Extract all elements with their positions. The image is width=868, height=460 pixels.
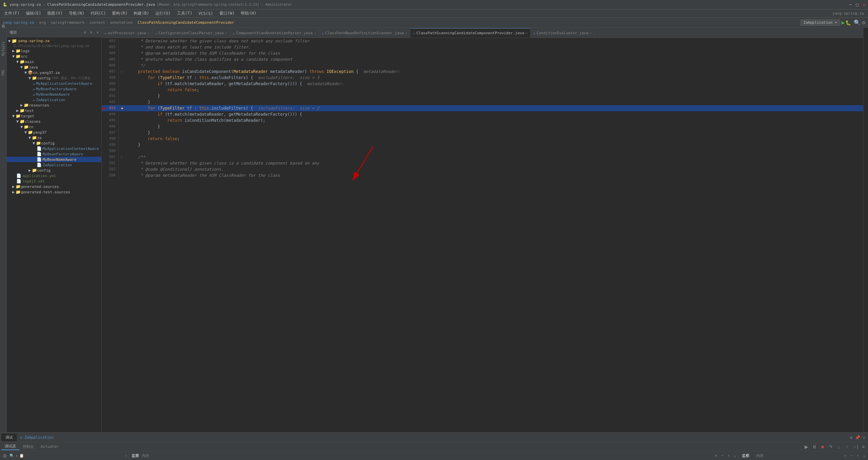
tree-class3[interactable]: 📄 MyBeanNameAware — [7, 157, 101, 162]
tree-logs[interactable]: ▶ 📁 logs — [7, 48, 101, 54]
code-editor[interactable]: 482 * Determine whether the given class … — [102, 38, 863, 432]
mytools-label[interactable]: MyTools — [1, 40, 6, 57]
tree-yang37[interactable]: ▼ 📁 yang37 — [7, 130, 101, 135]
breadcrumb-springframework[interactable]: springframework — [51, 20, 84, 25]
menu-run[interactable]: 运行(U) — [153, 10, 174, 17]
breadcrumb-context[interactable]: context — [90, 20, 105, 25]
breadcrumb-org[interactable]: org — [39, 20, 46, 25]
fold-497[interactable] — [119, 130, 125, 136]
fold-504[interactable] — [119, 172, 125, 178]
run-to-cursor-button[interactable]: →| — [852, 443, 859, 450]
fold-487[interactable]: ▷ — [119, 69, 125, 75]
breadcrumb-project[interactable]: yang-spring-za — [3, 20, 34, 25]
tab-configparser[interactable]: ☕ ConfigurationClassParser.java ✕ — [153, 28, 230, 38]
fold-485[interactable] — [119, 56, 125, 62]
tms-label[interactable]: TMS — [1, 69, 6, 77]
evaluate-button[interactable]: ≡ — [860, 443, 867, 450]
menu-navigate[interactable]: 导航(N) — [66, 10, 87, 17]
frames-copy-icon[interactable]: 📋 — [19, 454, 24, 458]
project-collapse-icon[interactable]: ≡ — [90, 30, 93, 35]
add-watch-icon[interactable]: + — [714, 453, 717, 458]
tree-my-bean-name[interactable]: ☕ MyBeanNameAware — [7, 92, 101, 97]
tab-close-3[interactable]: ✕ — [314, 31, 316, 35]
gutter-493[interactable]: ● 493 — [102, 105, 119, 111]
tree-my-app-ctx[interactable]: ☕ MyApplicationContextAware — [7, 81, 101, 86]
fold-502[interactable] — [119, 160, 125, 166]
watches-tab[interactable]: 监察 — [132, 453, 139, 458]
tab-beandefscanner[interactable]: ☕ ClassPathBeanDefinitionScanner.java ✕ — [319, 28, 410, 38]
tab-ostprocessor[interactable]: ☕ ostProcessor.java ✕ — [102, 28, 153, 38]
menu-code[interactable]: 代码(C) — [88, 10, 109, 17]
tree-class2[interactable]: 📄 MyBeanFactoryAware — [7, 151, 101, 157]
remove-watch-icon[interactable]: − — [721, 454, 724, 458]
tab-condeval[interactable]: ☕ ConditionEvaluator.java ✕ — [531, 28, 595, 38]
minimize-button[interactable]: ─ — [849, 2, 852, 7]
menu-refactor[interactable]: 重构(R) — [109, 10, 130, 17]
menu-edit[interactable]: 编辑(E) — [23, 10, 44, 17]
tree-test[interactable]: ▶ 📁 test — [7, 108, 101, 113]
move-up-btn[interactable]: ↑ — [857, 454, 859, 458]
fold-500[interactable] — [119, 148, 125, 154]
restore-button[interactable]: □ — [856, 2, 859, 7]
debug-tab-debugger[interactable]: 调试 — [1, 434, 17, 441]
tree-src[interactable]: ▼ 📁 src — [7, 54, 101, 59]
settings-icon[interactable]: ⚙ — [862, 19, 865, 26]
fold-488[interactable] — [119, 75, 125, 81]
debug-session-label[interactable]: ✕ ZaApplication — [17, 434, 56, 441]
fold-486[interactable] — [119, 62, 125, 69]
tree-gen-test-sources[interactable]: ▶ 📁 generated-test-sources — [7, 189, 101, 195]
move-down-btn[interactable]: ↓ — [863, 454, 865, 458]
tab-close-2[interactable]: ✕ — [225, 31, 227, 35]
run-button[interactable]: ▶ — [842, 19, 845, 26]
tab-close-4[interactable]: ✕ — [405, 31, 407, 35]
menu-vcs[interactable]: VCS(S) — [196, 11, 216, 17]
tree-class1[interactable]: 📄 MyApplicationContextAware — [7, 146, 101, 151]
frames-arrow-icon[interactable]: ⇩ — [125, 454, 127, 458]
fold-493[interactable]: ◆ — [119, 105, 125, 111]
tree-gen-sources[interactable]: ▶ 📁 generated-sources — [7, 184, 101, 189]
frames-filter-icon[interactable]: 🔍 — [9, 454, 14, 458]
resume-button[interactable]: ▶ — [803, 443, 810, 450]
close-button[interactable]: ✕ — [863, 2, 865, 7]
tab-close-1[interactable]: ✕ — [147, 31, 150, 35]
tree-target[interactable]: ▼ 📁 target — [7, 113, 101, 119]
tab-close-5[interactable]: ✕ — [526, 31, 528, 35]
tree-za-app[interactable]: ☕ ZaApplication — [7, 97, 101, 102]
tree-cn[interactable]: ▼ 📁 cn — [7, 124, 101, 130]
debug-subtab-console[interactable]: 控制台 — [19, 443, 37, 450]
tree-config2[interactable]: ▼ 📁 config — [7, 140, 101, 146]
frames-settings-btn[interactable]: ⚙ — [1, 453, 8, 459]
debug-pin-icon[interactable]: 📌 — [854, 435, 862, 440]
breadcrumb-annotation[interactable]: annotation — [110, 20, 133, 25]
fold-483[interactable] — [119, 44, 125, 50]
tree-pkg[interactable]: ▼ 📦 cn.yang37.za — [7, 70, 101, 75]
tree-root[interactable]: ▼ 📁 yang-spring-za — [7, 38, 101, 44]
tree-app-yml[interactable]: 📄 application.yml — [7, 173, 101, 178]
tree-config[interactable]: ▼ 📁 config 100% 覆盖, 86% 行已覆盖 — [7, 75, 101, 81]
project-close-icon[interactable]: ✕ — [96, 30, 99, 35]
fold-482[interactable] — [119, 38, 125, 44]
breadcrumb-class[interactable]: ClassPathScanningCandidateComponentProvi… — [138, 20, 234, 25]
fold-499[interactable] — [119, 142, 125, 148]
frames-scroll-icon[interactable]: ↕ — [16, 454, 18, 458]
debug-close-icon[interactable]: ✕ — [862, 435, 867, 440]
tree-config3[interactable]: ▶ 📁 config — [7, 168, 101, 173]
tree-class4[interactable]: 📄 ZaApplication — [7, 162, 101, 168]
tree-log4j2[interactable]: 📄 log4j2.xml — [7, 178, 101, 184]
fold-501[interactable]: ▷ — [119, 154, 125, 160]
tree-java[interactable]: ▼ 📁 java — [7, 64, 101, 70]
run-config-selector[interactable]: ZaApplication ▾ — [800, 19, 840, 26]
debug-settings-icon[interactable]: ⚙ — [849, 435, 854, 440]
step-over-button[interactable]: ↷ — [827, 443, 834, 450]
pause-button[interactable]: ⏸ — [811, 443, 818, 450]
project-settings-icon[interactable]: ⚙ — [84, 30, 86, 35]
fold-495[interactable] — [119, 117, 125, 123]
tab-classpathscanning[interactable]: ☕ ClassPathScanningCandidateComponentPro… — [410, 28, 531, 38]
down-watch-icon[interactable]: ↓ — [734, 454, 736, 458]
tree-resources[interactable]: ▶ 📁 resources — [7, 102, 101, 108]
menu-help[interactable]: 帮助(H) — [238, 10, 259, 17]
step-into-button[interactable]: ↓ — [835, 443, 842, 450]
tree-classes[interactable]: ▼ 📁 classes — [7, 119, 101, 124]
remove-btn[interactable]: − — [850, 454, 853, 458]
menu-build[interactable]: 构建(B) — [131, 10, 152, 17]
